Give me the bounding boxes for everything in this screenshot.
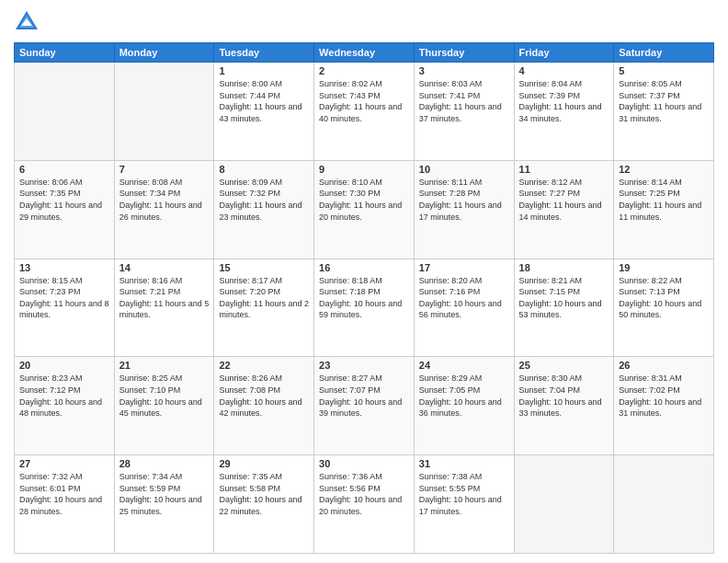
day-number: 15	[219, 262, 309, 273]
day-number: 7	[119, 164, 210, 175]
day-number: 11	[519, 164, 609, 175]
day-info: Sunrise: 8:21 AM Sunset: 7:15 PM Dayligh…	[519, 275, 609, 321]
day-number: 25	[519, 360, 609, 371]
day-info: Sunrise: 8:14 AM Sunset: 7:25 PM Dayligh…	[619, 177, 709, 223]
calendar-cell: 25Sunrise: 8:30 AM Sunset: 7:04 PM Dayli…	[514, 357, 614, 455]
day-info: Sunrise: 8:29 AM Sunset: 7:05 PM Dayligh…	[419, 373, 509, 419]
weekday-header: Tuesday	[214, 43, 314, 63]
day-number: 18	[519, 262, 609, 273]
day-info: Sunrise: 7:32 AM Sunset: 6:01 PM Dayligh…	[19, 471, 109, 517]
day-info: Sunrise: 7:34 AM Sunset: 5:59 PM Dayligh…	[119, 471, 210, 517]
calendar-cell: 22Sunrise: 8:26 AM Sunset: 7:08 PM Dayli…	[214, 357, 314, 455]
calendar-table: SundayMondayTuesdayWednesdayThursdayFrid…	[14, 42, 714, 554]
day-info: Sunrise: 8:04 AM Sunset: 7:39 PM Dayligh…	[519, 78, 609, 124]
day-info: Sunrise: 8:20 AM Sunset: 7:16 PM Dayligh…	[419, 275, 509, 321]
calendar-cell	[614, 455, 714, 554]
calendar-week-row: 6Sunrise: 8:06 AM Sunset: 7:35 PM Daylig…	[15, 160, 714, 259]
day-number: 3	[419, 65, 509, 76]
day-number: 12	[619, 164, 709, 175]
calendar-cell: 7Sunrise: 8:08 AM Sunset: 7:34 PM Daylig…	[114, 160, 214, 259]
day-number: 22	[219, 360, 309, 371]
day-info: Sunrise: 8:00 AM Sunset: 7:44 PM Dayligh…	[219, 78, 309, 124]
day-info: Sunrise: 8:05 AM Sunset: 7:37 PM Dayligh…	[619, 78, 709, 124]
calendar-cell: 4Sunrise: 8:04 AM Sunset: 7:39 PM Daylig…	[514, 63, 614, 161]
day-info: Sunrise: 8:25 AM Sunset: 7:10 PM Dayligh…	[119, 373, 210, 419]
day-info: Sunrise: 8:12 AM Sunset: 7:27 PM Dayligh…	[519, 177, 609, 223]
page: SundayMondayTuesdayWednesdayThursdayFrid…	[0, 0, 728, 563]
calendar-cell: 17Sunrise: 8:20 AM Sunset: 7:16 PM Dayli…	[414, 259, 514, 357]
day-number: 14	[119, 262, 210, 273]
weekday-header: Saturday	[614, 43, 714, 63]
calendar-cell: 24Sunrise: 8:29 AM Sunset: 7:05 PM Dayli…	[414, 357, 514, 455]
header	[14, 9, 714, 35]
day-number: 16	[319, 262, 409, 273]
day-number: 26	[619, 360, 709, 371]
day-info: Sunrise: 8:22 AM Sunset: 7:13 PM Dayligh…	[619, 275, 709, 321]
day-number: 29	[219, 458, 309, 469]
day-number: 17	[419, 262, 509, 273]
calendar-cell: 3Sunrise: 8:03 AM Sunset: 7:41 PM Daylig…	[414, 63, 514, 161]
calendar-cell: 30Sunrise: 7:36 AM Sunset: 5:56 PM Dayli…	[314, 455, 415, 554]
calendar-cell: 31Sunrise: 7:38 AM Sunset: 5:55 PM Dayli…	[414, 455, 514, 554]
day-number: 20	[19, 360, 109, 371]
day-info: Sunrise: 8:27 AM Sunset: 7:07 PM Dayligh…	[319, 373, 409, 419]
calendar-cell: 16Sunrise: 8:18 AM Sunset: 7:18 PM Dayli…	[314, 259, 415, 357]
weekday-header: Thursday	[414, 43, 514, 63]
day-info: Sunrise: 8:03 AM Sunset: 7:41 PM Dayligh…	[419, 78, 509, 124]
calendar-week-row: 13Sunrise: 8:15 AM Sunset: 7:23 PM Dayli…	[15, 259, 714, 357]
day-info: Sunrise: 8:08 AM Sunset: 7:34 PM Dayligh…	[119, 177, 210, 223]
calendar-cell: 28Sunrise: 7:34 AM Sunset: 5:59 PM Dayli…	[114, 455, 214, 554]
day-info: Sunrise: 8:31 AM Sunset: 7:02 PM Dayligh…	[619, 373, 709, 419]
calendar-cell: 10Sunrise: 8:11 AM Sunset: 7:28 PM Dayli…	[414, 160, 514, 259]
day-info: Sunrise: 8:23 AM Sunset: 7:12 PM Dayligh…	[19, 373, 109, 419]
weekday-header: Wednesday	[314, 43, 415, 63]
day-info: Sunrise: 8:18 AM Sunset: 7:18 PM Dayligh…	[319, 275, 409, 321]
day-info: Sunrise: 8:10 AM Sunset: 7:30 PM Dayligh…	[319, 177, 409, 223]
day-number: 9	[319, 164, 409, 175]
day-info: Sunrise: 8:16 AM Sunset: 7:21 PM Dayligh…	[119, 275, 210, 321]
day-number: 23	[319, 360, 409, 371]
calendar-cell	[514, 455, 614, 554]
calendar-cell	[15, 63, 115, 161]
calendar-week-row: 1Sunrise: 8:00 AM Sunset: 7:44 PM Daylig…	[15, 63, 714, 161]
day-info: Sunrise: 8:26 AM Sunset: 7:08 PM Dayligh…	[219, 373, 309, 419]
calendar-header-row: SundayMondayTuesdayWednesdayThursdayFrid…	[15, 43, 714, 63]
calendar-cell: 5Sunrise: 8:05 AM Sunset: 7:37 PM Daylig…	[614, 63, 714, 161]
day-info: Sunrise: 8:02 AM Sunset: 7:43 PM Dayligh…	[319, 78, 409, 124]
calendar-cell: 18Sunrise: 8:21 AM Sunset: 7:15 PM Dayli…	[514, 259, 614, 357]
calendar-cell: 6Sunrise: 8:06 AM Sunset: 7:35 PM Daylig…	[15, 160, 115, 259]
day-info: Sunrise: 8:06 AM Sunset: 7:35 PM Dayligh…	[19, 177, 109, 223]
calendar-cell: 8Sunrise: 8:09 AM Sunset: 7:32 PM Daylig…	[214, 160, 314, 259]
day-info: Sunrise: 8:30 AM Sunset: 7:04 PM Dayligh…	[519, 373, 609, 419]
calendar-cell: 11Sunrise: 8:12 AM Sunset: 7:27 PM Dayli…	[514, 160, 614, 259]
calendar-cell: 14Sunrise: 8:16 AM Sunset: 7:21 PM Dayli…	[114, 259, 214, 357]
day-info: Sunrise: 7:35 AM Sunset: 5:58 PM Dayligh…	[219, 471, 309, 517]
weekday-header: Friday	[514, 43, 614, 63]
calendar-cell: 12Sunrise: 8:14 AM Sunset: 7:25 PM Dayli…	[614, 160, 714, 259]
calendar-cell: 21Sunrise: 8:25 AM Sunset: 7:10 PM Dayli…	[114, 357, 214, 455]
day-number: 13	[19, 262, 109, 273]
day-number: 10	[419, 164, 509, 175]
day-number: 6	[19, 164, 109, 175]
calendar-cell: 9Sunrise: 8:10 AM Sunset: 7:30 PM Daylig…	[314, 160, 415, 259]
day-info: Sunrise: 8:15 AM Sunset: 7:23 PM Dayligh…	[19, 275, 109, 321]
day-number: 1	[219, 65, 309, 76]
calendar-cell: 26Sunrise: 8:31 AM Sunset: 7:02 PM Dayli…	[614, 357, 714, 455]
calendar-cell: 27Sunrise: 7:32 AM Sunset: 6:01 PM Dayli…	[15, 455, 115, 554]
day-info: Sunrise: 7:38 AM Sunset: 5:55 PM Dayligh…	[419, 471, 509, 517]
day-number: 30	[319, 458, 409, 469]
calendar-cell: 29Sunrise: 7:35 AM Sunset: 5:58 PM Dayli…	[214, 455, 314, 554]
day-info: Sunrise: 8:11 AM Sunset: 7:28 PM Dayligh…	[419, 177, 509, 223]
day-info: Sunrise: 7:36 AM Sunset: 5:56 PM Dayligh…	[319, 471, 409, 517]
calendar-cell: 2Sunrise: 8:02 AM Sunset: 7:43 PM Daylig…	[314, 63, 415, 161]
day-number: 19	[619, 262, 709, 273]
calendar-cell: 15Sunrise: 8:17 AM Sunset: 7:20 PM Dayli…	[214, 259, 314, 357]
weekday-header: Sunday	[15, 43, 115, 63]
day-number: 8	[219, 164, 309, 175]
logo	[14, 9, 43, 35]
calendar-cell: 23Sunrise: 8:27 AM Sunset: 7:07 PM Dayli…	[314, 357, 415, 455]
day-number: 5	[619, 65, 709, 76]
day-number: 21	[119, 360, 210, 371]
calendar-cell: 13Sunrise: 8:15 AM Sunset: 7:23 PM Dayli…	[15, 259, 115, 357]
day-number: 24	[419, 360, 509, 371]
